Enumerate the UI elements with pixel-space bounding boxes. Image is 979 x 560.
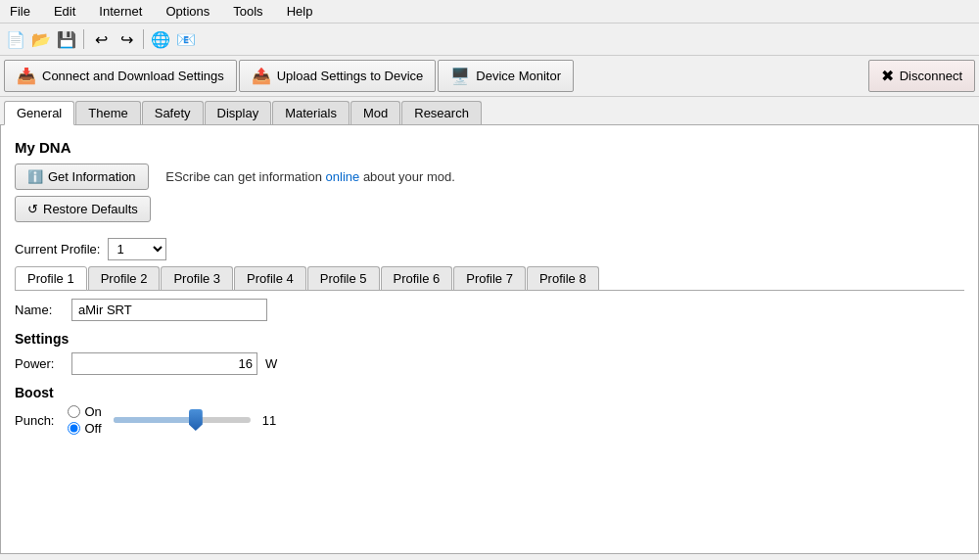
menu-tools[interactable]: Tools bbox=[227, 2, 268, 21]
connect-download-button[interactable]: 📥 Connect and Download Settings bbox=[4, 60, 237, 92]
tab-research[interactable]: Research bbox=[401, 101, 482, 124]
profile-tab-7[interactable]: Profile 7 bbox=[453, 266, 526, 290]
boost-slider-fill bbox=[114, 417, 196, 423]
toolbar-sep-1 bbox=[83, 29, 84, 49]
content-area: My DNA ℹ️ Get Information EScribe can ge… bbox=[0, 125, 979, 554]
boost-title: Boost bbox=[15, 385, 964, 400]
new-icon[interactable]: 📄 bbox=[4, 27, 27, 51]
internet-icon[interactable]: 🌐 bbox=[149, 27, 172, 51]
profile-tab-4[interactable]: Profile 4 bbox=[234, 266, 306, 290]
tab-safety[interactable]: Safety bbox=[142, 101, 204, 124]
name-label: Name: bbox=[15, 303, 64, 317]
boost-slider-value: 11 bbox=[262, 413, 286, 428]
current-profile-select[interactable]: 1 2 3 4 5 6 7 8 bbox=[108, 238, 166, 260]
info-icon: ℹ️ bbox=[27, 169, 43, 184]
power-unit: W bbox=[265, 356, 277, 371]
monitor-icon: 🖥️ bbox=[450, 67, 470, 85]
open-icon[interactable]: 📂 bbox=[29, 27, 53, 51]
toolbar: 📄 📂 💾 ↩ ↪ 🌐 📧 bbox=[0, 23, 979, 56]
my-dna-actions: ℹ️ Get Information EScribe can get infor… bbox=[15, 163, 964, 196]
power-label: Power: bbox=[15, 356, 64, 371]
undo-icon[interactable]: ↩ bbox=[89, 27, 113, 51]
profile-tab-5[interactable]: Profile 5 bbox=[307, 266, 380, 290]
profile-tabs: Profile 1 Profile 2 Profile 3 Profile 4 … bbox=[15, 266, 964, 291]
current-profile-label: Current Profile: bbox=[15, 242, 100, 257]
power-row: Power: W bbox=[15, 352, 964, 375]
profile-tab-2[interactable]: Profile 2 bbox=[88, 266, 161, 290]
disconnect-icon: ✖ bbox=[881, 67, 894, 85]
info-text: EScribe can get information online about… bbox=[165, 169, 455, 184]
name-input[interactable] bbox=[71, 299, 267, 321]
restore-defaults-button[interactable]: ↺ Restore Defaults bbox=[15, 196, 151, 222]
punch-off-radio[interactable] bbox=[68, 422, 80, 435]
restore-icon: ↺ bbox=[27, 202, 38, 216]
tab-display[interactable]: Display bbox=[205, 101, 272, 124]
boost-slider-track[interactable] bbox=[114, 417, 251, 423]
mail-icon[interactable]: 📧 bbox=[174, 27, 198, 51]
connect-icon: 📥 bbox=[17, 67, 36, 85]
menu-help[interactable]: Help bbox=[281, 2, 319, 21]
profile-tab-1[interactable]: Profile 1 bbox=[15, 266, 87, 291]
punch-on-radio[interactable] bbox=[68, 405, 80, 418]
my-dna-title: My DNA bbox=[15, 139, 964, 156]
punch-off-label: Off bbox=[84, 421, 101, 436]
menu-edit[interactable]: Edit bbox=[48, 2, 81, 21]
boost-slider-container: 11 bbox=[110, 413, 964, 428]
tab-theme[interactable]: Theme bbox=[75, 101, 140, 124]
profile-tab-3[interactable]: Profile 3 bbox=[161, 266, 233, 290]
name-row: Name: bbox=[15, 299, 964, 321]
restore-defaults-row: ↺ Restore Defaults bbox=[15, 196, 964, 228]
power-input[interactable] bbox=[71, 352, 257, 375]
tab-materials[interactable]: Materials bbox=[272, 101, 350, 124]
menu-internet[interactable]: Internet bbox=[93, 2, 148, 21]
punch-on-label: On bbox=[84, 404, 101, 419]
toolbar-sep-2 bbox=[143, 29, 144, 49]
punch-off-option[interactable]: Off bbox=[68, 421, 101, 436]
menu-options[interactable]: Options bbox=[160, 2, 215, 21]
menu-file[interactable]: File bbox=[4, 2, 36, 21]
current-profile-row: Current Profile: 1 2 3 4 5 6 7 8 bbox=[15, 238, 964, 260]
online-link[interactable]: online bbox=[326, 169, 360, 184]
get-information-button[interactable]: ℹ️ Get Information bbox=[15, 163, 149, 190]
upload-icon: 📤 bbox=[252, 67, 271, 85]
punch-radio-group: On Off bbox=[68, 404, 101, 436]
profile-tab-8[interactable]: Profile 8 bbox=[527, 266, 599, 290]
settings-title: Settings bbox=[15, 331, 964, 347]
upload-settings-button[interactable]: 📤 Upload Settings to Device bbox=[239, 60, 437, 92]
redo-icon[interactable]: ↪ bbox=[115, 27, 138, 51]
disconnect-button[interactable]: ✖ Disconnect bbox=[868, 60, 975, 92]
tab-general[interactable]: General bbox=[4, 101, 74, 125]
main-tabs: General Theme Safety Display Materials M… bbox=[0, 97, 979, 125]
punch-on-option[interactable]: On bbox=[68, 404, 101, 419]
menu-bar: File Edit Internet Options Tools Help bbox=[0, 0, 979, 23]
save-icon[interactable]: 💾 bbox=[55, 27, 78, 51]
device-monitor-button[interactable]: 🖥️ Device Monitor bbox=[438, 60, 574, 92]
action-buttons-row: 📥 Connect and Download Settings 📤 Upload… bbox=[0, 56, 979, 97]
punch-label: Punch: bbox=[15, 413, 54, 428]
boost-slider-thumb[interactable] bbox=[189, 409, 203, 431]
profile-tab-6[interactable]: Profile 6 bbox=[381, 266, 453, 290]
punch-row: Punch: On Off 11 bbox=[15, 404, 964, 436]
tab-mod[interactable]: Mod bbox=[350, 101, 400, 124]
